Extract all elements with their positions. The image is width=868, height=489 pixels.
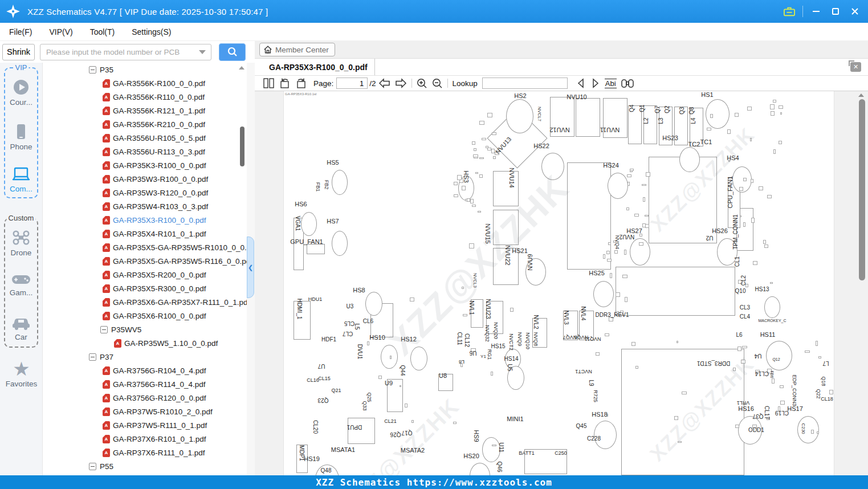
component-pad [735, 425, 739, 428]
menu-item-tool[interactable]: Tool(T) [90, 27, 115, 36]
tree-item-label: GA-RP35W3-R120_0_0.pdf [113, 189, 208, 197]
collapse-panel-handle[interactable]: ❮ [247, 237, 254, 298]
mounting-hole [332, 231, 348, 256]
tree-file[interactable]: GA-RP35X6-R100_0_0.pdf [43, 309, 239, 323]
tree-folder-p35wv5[interactable]: P35WV5 [43, 323, 239, 336]
tree-file[interactable]: GA-RP35X5-R200_0_0.pdf [43, 268, 239, 282]
tree-file[interactable]: GA-RP35X6-GA-RP35X7-R111_0_1.pdf [43, 295, 239, 309]
tree-file[interactable]: GA-R3556K-R110_0_0.pdf [43, 90, 239, 104]
tree-file[interactable]: GA-R3556K-R121_0_1.pdf [43, 104, 239, 117]
two-page-view-icon[interactable] [263, 77, 275, 89]
member-center-button[interactable]: Member Center [259, 43, 335, 56]
sidebar-item-drone[interactable]: Drone [0, 229, 42, 257]
next-page-icon[interactable] [394, 77, 407, 89]
sidebar-item-game[interactable]: Gam... [0, 272, 42, 297]
collapse-icon[interactable] [89, 353, 96, 361]
tree-file[interactable]: GA-RP35X5-GA-RP35W5-R116_0_0.pdf [43, 254, 239, 268]
tree-file[interactable]: GA-RP37X6-R111_0_1.pdf [43, 446, 239, 459]
minimize-button[interactable] [806, 3, 826, 19]
component-outline [576, 98, 600, 137]
component-label: HS18 [592, 411, 608, 418]
zoom-in-icon[interactable] [416, 77, 428, 89]
tree-file[interactable]: GA-RP35X5-GA-RP35W5-R1010_0_0.pdf [43, 241, 239, 254]
component-label: Q7 [654, 105, 661, 113]
tree-file[interactable]: GA-RP55G5-R10_0_1_0_REUK8.pdf [43, 473, 239, 475]
tree-folder-p55[interactable]: P55 [43, 459, 239, 473]
page-number-input[interactable] [336, 78, 368, 89]
tree-file[interactable]: GA-R3756G-R120_0_0.pdf [43, 391, 239, 405]
tree-scrollbar-thumb[interactable] [240, 127, 244, 166]
tree-item-label: GA-R3556K-R100_0_0.pdf [113, 79, 205, 88]
component-label: EDP_CONN3 [792, 374, 797, 406]
menu-item-vip[interactable]: VIP(V) [49, 27, 72, 36]
viewer-scrollbar[interactable] [856, 91, 868, 475]
tree-file[interactable]: GA-RP37W5-R1010_2_0.pdf [43, 405, 239, 418]
shrink-button[interactable]: Shrink [2, 44, 35, 60]
menu-item-file[interactable]: File(F) [9, 27, 32, 36]
close-all-tabs-icon[interactable]: ✕ [850, 62, 861, 72]
sidebar-item-car[interactable]: Car [0, 315, 42, 341]
search-input[interactable] [40, 48, 199, 56]
tree-file[interactable]: GA-RP37X6-R101_0_1.pdf [43, 432, 239, 446]
component-pad [645, 224, 649, 228]
tree-file[interactable]: GA-R3556U-R113_0_3.pdf [43, 145, 239, 158]
tree-folder-p37[interactable]: P37 [43, 350, 239, 364]
tree-file[interactable]: GA-RP35W3-R120_0_0.pdf [43, 186, 239, 199]
tree-file[interactable]: GA-RP35X4-R101_0_1.pdf [43, 227, 239, 241]
zoom-out-icon[interactable] [431, 77, 443, 89]
menu-item-settings[interactable]: Settings(S) [132, 27, 171, 36]
chevron-down-icon[interactable] [199, 50, 206, 54]
sidebar-item-favorites[interactable]: ★ Favorites [0, 359, 43, 388]
collapse-icon[interactable] [89, 66, 96, 74]
tree-file[interactable]: GA-RP35W5_1.10_0_0.pdf [43, 336, 239, 350]
binoculars-icon[interactable] [621, 77, 634, 89]
text-match-icon[interactable]: Abi [605, 79, 617, 88]
tree-file[interactable]: GA-RP35X5-R300_0_0.pdf [43, 282, 239, 295]
viewer-scrollbar-thumb[interactable] [859, 99, 865, 280]
rotate-left-icon[interactable] [279, 77, 291, 89]
tree-folder-p35[interactable]: P35 [43, 63, 239, 76]
component-pad [816, 341, 818, 346]
component-pad [743, 222, 745, 227]
sidebar-item-computer[interactable]: Com... [0, 166, 42, 193]
schematic-page[interactable]: GA-RP35X3-R10.1sl HS5FB1FB2HS6VGA1HS7GPU… [283, 91, 834, 475]
find-prev-icon[interactable] [576, 77, 586, 89]
component-label: NVU11 [600, 127, 620, 133]
close-button[interactable] [845, 3, 865, 19]
sidebar-item-course[interactable]: Cour... [0, 79, 42, 107]
tree-item-label: GA-RP35X5-GA-RP35W5-R116_0_0.pdf [113, 257, 247, 266]
prev-page-icon[interactable] [378, 77, 391, 89]
collapse-icon[interactable] [100, 326, 108, 333]
tree-file[interactable]: GA-R3756G-R114_0_4.pdf [43, 377, 239, 391]
component-label: HS23 [662, 135, 678, 141]
tree-file[interactable]: GA-R3556U-R105_0_5.pdf [43, 131, 239, 145]
component-label: CL15 [318, 376, 331, 381]
maximize-button[interactable] [826, 3, 845, 19]
search-button[interactable] [219, 43, 246, 61]
collapse-icon[interactable] [89, 463, 96, 470]
tree-file[interactable]: GA-R3756G-R104_0_4.pdf [43, 364, 239, 377]
tree-file[interactable]: GA-R3556K-R210_0_0.pdf [43, 117, 239, 131]
tree-file[interactable]: GA-RP35X3-R100_0_0.pdf [43, 213, 239, 227]
tree-file[interactable]: GA-RP35W3-R100_0_0.pdf [43, 172, 239, 186]
component-label: NVL3 [563, 310, 569, 324]
tree-file[interactable]: GA-RP35W4-R103_0_3.pdf [43, 199, 239, 213]
sidebar-item-label: Drone [11, 248, 32, 257]
lookup-input[interactable] [482, 78, 568, 89]
component-pad [639, 242, 643, 246]
tree-file[interactable]: GA-R3556K-R100_0_0.pdf [43, 76, 239, 90]
license-briefcase-icon[interactable] [780, 3, 799, 19]
rotate-right-icon[interactable] [295, 77, 307, 89]
sidebar-item-phone[interactable]: Phone [0, 123, 42, 151]
tree-scrollbar[interactable] [239, 63, 246, 475]
component-pad [626, 207, 629, 210]
find-next-icon[interactable] [590, 77, 601, 89]
pdf-viewer[interactable]: GA-RP35X3-R10.1sl HS5FB1FB2HS6VGA1HS7GPU… [255, 91, 868, 475]
tree-file[interactable]: GA-RP37W5-R111_0_1.pdf [43, 418, 239, 432]
component-pad [710, 114, 713, 118]
component-label: U11 [498, 442, 504, 453]
viewer-scroll-up-icon[interactable] [858, 93, 864, 97]
component-pad [677, 341, 678, 343]
tree-file[interactable]: GA-RP35K3-R100_0_0.pdf [43, 158, 239, 172]
document-tab[interactable]: GA-RP35X3-R100_0_0.pdf [255, 59, 375, 75]
